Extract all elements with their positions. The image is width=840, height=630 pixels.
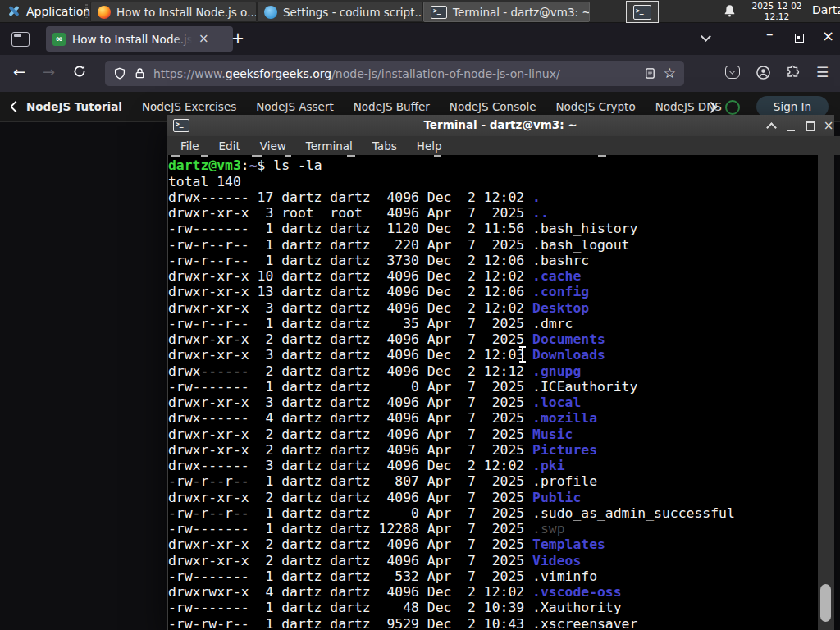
reader-mode-icon[interactable] <box>644 67 656 80</box>
url-bar[interactable]: https://www.geeksforgeeks.org/node-js/in… <box>105 61 684 86</box>
tab-bar: ∞ How to Install Node.js on × + – × <box>0 23 840 55</box>
taskbar-title: Terminal - dartz@vm3: ~ <box>453 6 590 19</box>
maximize-button[interactable] <box>803 119 818 132</box>
terminal-line: -rw-rw-r-- 1 dartz dartz 9529 Dec 2 10:4… <box>168 616 818 630</box>
window-minimize-button[interactable]: – <box>766 27 774 40</box>
terminal-line: drwxr-xr-x 3 root root 4096 Apr 7 2025 .… <box>168 205 818 221</box>
terminal-line: -rw-r--r-- 1 dartz dartz 3730 Dec 2 12:0… <box>168 253 818 268</box>
taskbar-title: How to Install Node.js o... <box>116 6 257 19</box>
terminal-scrollbar[interactable] <box>818 155 834 630</box>
terminal-line: drwx------ 3 dartz dartz 4096 Dec 2 12:0… <box>168 458 818 473</box>
terminal-line: drwxr-xr-x 2 dartz dartz 4096 Apr 7 2025… <box>168 442 818 458</box>
account-icon[interactable] <box>756 65 771 80</box>
nav-item-console[interactable]: NodeJS Console <box>450 100 536 113</box>
minimize-button[interactable] <box>783 119 798 132</box>
browser-tab[interactable]: ∞ How to Install Node.js on × <box>46 26 233 52</box>
taskbar-title: Settings - codium script... <box>283 6 423 19</box>
taskbar-button-firefox[interactable]: How to Install Node.js o... <box>90 2 257 22</box>
terminal-menu-bar: File Edit View Terminal Tabs Help <box>167 136 840 155</box>
back-icon[interactable]: ← <box>13 63 25 80</box>
reload-icon[interactable] <box>72 64 87 79</box>
terminal-line: drwx------ 17 dartz dartz 4096 Dec 2 12:… <box>168 189 818 205</box>
nav-item-assert[interactable]: NodeJS Assert <box>256 100 334 113</box>
clock-date: 2025-12-02 <box>745 1 809 11</box>
tracking-shield-icon[interactable] <box>113 67 126 80</box>
desktop: Applications How to Install Node.js o...… <box>0 0 840 630</box>
terminal-icon: >_ <box>633 5 651 20</box>
terminal-line: -rw------- 1 dartz dartz 1120 Dec 2 11:5… <box>168 221 818 236</box>
notification-bell-icon[interactable] <box>723 4 737 18</box>
terminal-line: drwxr-xr-x 13 dartz dartz 4096 Dec 2 12:… <box>168 284 818 299</box>
menu-view[interactable]: View <box>260 139 286 153</box>
browser-toolbar: ← → https://www.geeksforgeeks.org/node-j… <box>0 55 840 93</box>
url-scheme: https://www. <box>153 67 226 80</box>
tray-terminal-icon[interactable]: >_ <box>626 1 659 23</box>
menu-tabs[interactable]: Tabs <box>372 139 397 153</box>
terminal-line: -rw-r--r-- 1 dartz dartz 0 Apr 7 2025 .s… <box>168 505 818 521</box>
url-text: https://www.geeksforgeeks.org/node-js/in… <box>153 67 637 80</box>
close-button[interactable]: × <box>821 119 836 132</box>
terminal-line: drwxr-xr-x 2 dartz dartz 4096 Apr 7 2025… <box>168 553 818 568</box>
mouse-ibeam-cursor <box>522 348 523 361</box>
firefox-icon <box>98 6 111 19</box>
terminal-line: dartz@vm3:~$ ls -la <box>168 158 818 173</box>
menu-file[interactable]: File <box>180 139 199 153</box>
pocket-icon[interactable] <box>725 66 740 79</box>
terminal-line: -rw------- 1 dartz dartz 0 Apr 7 2025 .I… <box>168 379 818 395</box>
terminal-line: -rw------- 1 dartz dartz 532 Apr 7 2025 … <box>168 568 818 584</box>
terminal-line: drwxr-xr-x 2 dartz dartz 4096 Apr 7 2025… <box>168 536 818 552</box>
terminal-line: -rw-r--r-- 1 dartz dartz 807 Apr 7 2025 … <box>168 473 818 489</box>
codium-icon <box>264 6 277 19</box>
terminal-line: -rw------- 1 dartz dartz 48 Dec 2 10:39 … <box>168 600 818 615</box>
chevron-left-icon[interactable] <box>11 101 21 112</box>
list-all-tabs-icon[interactable] <box>701 31 711 42</box>
panel-clock[interactable]: 2025-12-02 12:12 <box>745 1 809 21</box>
terminal-line: drwxr-xr-x 3 dartz dartz 4096 Dec 2 12:0… <box>168 347 818 363</box>
scrollbar-thumb[interactable] <box>820 584 831 622</box>
firefox-view-icon[interactable] <box>11 32 30 47</box>
terminal-title-bar[interactable]: >_ Terminal - dartz@vm3: ~ × <box>167 115 834 137</box>
taskbar-button-terminal[interactable]: >_ Terminal - dartz@vm3: ~ <box>423 2 590 22</box>
tasklist-grip <box>85 4 88 18</box>
panel-user-label: Dartz <box>812 3 840 16</box>
terminal-content[interactable]: dartz@vm3:~$ ls -latotal 140drwx------ 1… <box>168 155 818 630</box>
taskbar-button-codium[interactable]: Settings - codium script... <box>257 2 423 22</box>
nav-item-exercises[interactable]: NodeJS Exercises <box>142 100 236 113</box>
window-close-button[interactable]: × <box>822 30 834 43</box>
search-icon[interactable] <box>725 100 740 115</box>
menu-hamburger-icon[interactable]: ☰ <box>816 64 829 80</box>
tab-close-icon[interactable]: × <box>199 33 209 45</box>
terminal-line: drwxr-xr-x 2 dartz dartz 4096 Apr 7 2025… <box>168 427 818 442</box>
terminal-line: -rw------- 1 dartz dartz 12288 Apr 7 202… <box>168 521 818 536</box>
lock-icon[interactable] <box>134 67 146 80</box>
terminal-window: >_ Terminal - dartz@vm3: ~ × File Edit V… <box>167 115 834 630</box>
terminal-line: total 140 <box>168 174 818 189</box>
window-maximize-button[interactable] <box>795 34 804 43</box>
menu-help[interactable]: Help <box>417 139 442 153</box>
nav-item-buffer[interactable]: NodeJS Buffer <box>354 100 430 113</box>
extensions-puzzle-icon[interactable] <box>786 65 801 80</box>
url-domain: geeksforgeeks.org <box>226 67 331 80</box>
terminal-line: drwxr-xr-x 3 dartz dartz 4096 Dec 2 12:0… <box>168 300 818 316</box>
forward-icon[interactable]: → <box>43 63 55 80</box>
terminal-line: drwx------ 2 dartz dartz 4096 Dec 2 12:1… <box>168 363 818 379</box>
clock-time: 12:12 <box>745 11 809 22</box>
nav-item-crypto[interactable]: NodeJS Crypto <box>556 100 636 113</box>
terminal-line: drwxr-xr-x 3 dartz dartz 4096 Apr 7 2025… <box>168 395 818 410</box>
terminal-line: drwxr-xr-x 2 dartz dartz 4096 Apr 7 2025… <box>168 490 818 505</box>
bookmark-star-icon[interactable]: ☆ <box>664 66 676 80</box>
terminal-line: drwx------ 4 dartz dartz 4096 Apr 7 2025… <box>168 410 818 426</box>
terminal-window-title: Terminal - dartz@vm3: ~ <box>167 118 834 131</box>
terminal-line: drwxr-xr-x 10 dartz dartz 4096 Dec 2 12:… <box>168 268 818 284</box>
terminal-line: drwxrwxr-x 4 dartz dartz 4096 Dec 2 12:0… <box>168 584 818 600</box>
terminal-line: drwxr-xr-x 2 dartz dartz 4096 Apr 7 2025… <box>168 331 818 347</box>
shade-button[interactable] <box>764 119 778 132</box>
clipped-text-remnant <box>168 155 818 158</box>
top-panel: Applications How to Install Node.js o...… <box>0 0 840 23</box>
menu-terminal[interactable]: Terminal <box>306 139 353 153</box>
tab-title: How to Install Node.js on <box>72 33 192 46</box>
nav-item-tutorial[interactable]: NodeJS Tutorial <box>11 100 122 113</box>
menu-edit[interactable]: Edit <box>219 139 240 153</box>
new-tab-button[interactable]: + <box>231 29 244 47</box>
terminal-line: -rw-r--r-- 1 dartz dartz 220 Apr 7 2025 … <box>168 237 818 253</box>
